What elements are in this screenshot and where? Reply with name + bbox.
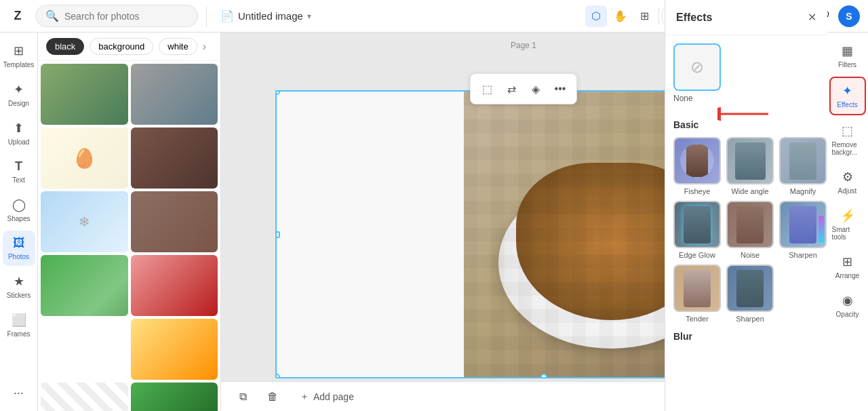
- effect-edge-glow[interactable]: Edge Glow: [673, 201, 721, 259]
- effect-magnify[interactable]: Magnify: [779, 137, 827, 195]
- layout-tool-button[interactable]: ⊞: [634, 5, 656, 27]
- tender-thumb: [673, 265, 721, 312]
- sidebar-item-design[interactable]: ✦ Design: [3, 77, 35, 113]
- sharpen-thumb: [779, 201, 827, 248]
- tag-white[interactable]: white: [159, 38, 197, 55]
- select-tool-button[interactable]: ⬡: [585, 5, 607, 27]
- photo-thumb-10[interactable]: [41, 383, 128, 411]
- photo-thumb-7[interactable]: [41, 255, 128, 316]
- right-sidebar: ▦ Filters ✦ Effects ⬚ Remove backgr... ⚙…: [826, 33, 868, 411]
- noise-label: Noise: [741, 251, 760, 259]
- photo-thumb-3[interactable]: 🥚: [41, 128, 128, 189]
- design-label: Design: [8, 100, 29, 107]
- duplicate-button[interactable]: ⧉: [232, 386, 254, 408]
- sharpen2-thumb: [726, 265, 774, 312]
- divider-v: [658, 8, 659, 24]
- sidebar-item-frames[interactable]: ⬜ Frames: [3, 307, 35, 343]
- arrange-button[interactable]: ⊞ Arrange: [829, 249, 866, 285]
- handle-bottom-left[interactable]: [275, 374, 280, 378]
- left-nav: ⊞ Templates ✦ Design ⬆ Upload T Text ◯ S…: [0, 33, 38, 411]
- crop-button[interactable]: ⬚: [476, 78, 498, 100]
- photo-thumb-9[interactable]: [131, 319, 218, 380]
- edge-glow-label: Edge Glow: [679, 251, 715, 259]
- smart-tools-icon: ⚡: [840, 208, 855, 223]
- shapes-label: Shapes: [7, 215, 31, 222]
- sidebar-item-upload[interactable]: ⬆ Upload: [3, 115, 35, 151]
- filters-icon: ▦: [842, 43, 853, 58]
- frames-label: Frames: [7, 330, 31, 338]
- effect-sharpen2[interactable]: Sharpen: [726, 265, 774, 323]
- fisheye-thumb: [673, 137, 721, 184]
- flip-button[interactable]: ⇄: [500, 78, 522, 100]
- mask-button[interactable]: ◈: [525, 78, 547, 100]
- photo-thumb-8[interactable]: [131, 255, 218, 316]
- tag-black[interactable]: black: [46, 38, 84, 55]
- sidebar-item-photos[interactable]: 🖼 Photos: [3, 231, 35, 266]
- magnify-thumb: [779, 137, 827, 184]
- upload-label: Upload: [8, 138, 30, 146]
- handle-middle-left[interactable]: [275, 231, 280, 238]
- add-page-label: Add page: [313, 391, 354, 402]
- photo-thumb-5[interactable]: ❄: [41, 191, 128, 252]
- main-content: ⊞ Templates ✦ Design ⬆ Upload T Text ◯ S…: [0, 33, 868, 411]
- photo-thumb-11[interactable]: [131, 383, 218, 411]
- effect-none-card[interactable]: ⊘: [673, 43, 721, 91]
- page-label: Page 1: [511, 41, 536, 50]
- canvas-toolbar: ⬚ ⇄ ◈ •••: [470, 73, 577, 104]
- upload-icon: ⬆: [14, 121, 24, 136]
- opacity-button[interactable]: ◉ Opacity: [829, 288, 866, 324]
- tag-background[interactable]: background: [90, 38, 153, 55]
- handle-bottom-middle[interactable]: [540, 374, 547, 378]
- more-tags-icon[interactable]: ›: [203, 41, 206, 53]
- templates-label: Templates: [3, 61, 35, 68]
- effects-panel: Effects ✕ ⊘ None Basic: [665, 33, 827, 411]
- blur-section-title: Blur: [673, 331, 819, 342]
- text-icon: T: [15, 159, 22, 174]
- sidebar-item-stickers[interactable]: ★ Stickers: [3, 269, 35, 305]
- photo-thumb-2[interactable]: [131, 64, 218, 125]
- magnify-label: Magnify: [790, 187, 816, 195]
- noise-thumb: [726, 201, 774, 248]
- photo-thumb-6[interactable]: [131, 191, 218, 252]
- sidebar-item-text[interactable]: T Text: [3, 154, 35, 189]
- chevron-down-icon[interactable]: ▾: [307, 12, 311, 21]
- stickers-icon: ★: [14, 274, 24, 289]
- delete-button[interactable]: 🗑: [262, 386, 283, 408]
- search-icon: 🔍: [45, 9, 59, 22]
- adjust-icon: ⚙: [842, 170, 853, 184]
- effects-panel-button[interactable]: ✦ Effects: [829, 77, 866, 115]
- remove-bg-button[interactable]: ⬚ Remove backgr...: [829, 118, 866, 161]
- effect-sharpen[interactable]: Sharpen: [779, 201, 827, 259]
- effects-sidebar-label: Effects: [837, 101, 857, 109]
- effects-sidebar-icon: ✦: [842, 83, 852, 98]
- photos-icon: 🖼: [13, 236, 25, 250]
- wide-angle-label: Wide angle: [731, 187, 768, 195]
- tender-label: Tender: [686, 315, 709, 323]
- adjust-button[interactable]: ⚙ Adjust: [829, 164, 866, 200]
- photo-thumb-1[interactable]: [41, 64, 128, 125]
- effect-wide-angle[interactable]: Wide angle: [726, 137, 774, 195]
- opacity-label: Opacity: [836, 311, 859, 318]
- add-page-button[interactable]: ＋ Add page: [292, 387, 362, 407]
- effect-fisheye[interactable]: Fisheye: [673, 137, 721, 195]
- search-box[interactable]: 🔍: [35, 5, 198, 27]
- photo-thumb-4[interactable]: [131, 128, 218, 189]
- effect-noise[interactable]: Noise: [726, 201, 774, 259]
- smart-tools-button[interactable]: ⚡ Smart tools: [829, 203, 866, 246]
- divider: [206, 5, 207, 27]
- remove-bg-label: Remove backgr...: [832, 141, 863, 156]
- effect-tender[interactable]: Tender: [673, 265, 721, 323]
- sidebar-item-shapes[interactable]: ◯ Shapes: [3, 192, 35, 228]
- sidebar-item-more[interactable]: ···: [3, 380, 35, 406]
- filters-panel-button[interactable]: ▦ Filters: [829, 38, 866, 74]
- more-options-button[interactable]: •••: [549, 78, 571, 100]
- fisheye-label: Fisheye: [684, 187, 711, 195]
- hand-tool-button[interactable]: ✋: [610, 5, 631, 27]
- smart-tools-label: Smart tools: [832, 226, 863, 241]
- sidebar-item-templates[interactable]: ⊞ Templates: [3, 38, 35, 74]
- filter-tags: black background white ›: [38, 33, 220, 61]
- title-area: 📄 Untitled image ▾: [220, 9, 311, 22]
- user-avatar[interactable]: S: [838, 5, 860, 27]
- add-icon: ＋: [300, 391, 309, 403]
- search-input[interactable]: [64, 11, 186, 22]
